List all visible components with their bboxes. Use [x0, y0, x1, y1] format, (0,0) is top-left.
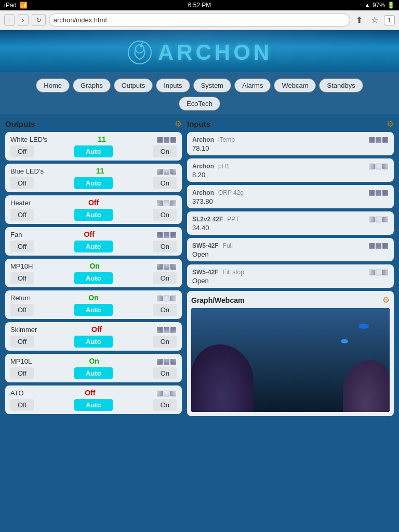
input-card-1: Archon pH1 ▦▦▦ 8.20 — [187, 158, 394, 182]
input-value-2: 373.80 — [192, 196, 389, 205]
output-auto-btn-6[interactable]: Auto — [74, 336, 113, 348]
graph-gear-icon[interactable]: ⚙ — [382, 295, 390, 305]
input-filter-icon-2[interactable]: ▦▦▦ — [368, 188, 389, 196]
outputs-panel: Outputs ⚙ White LED's 11 ▦▦▦ Off Auto On… — [5, 119, 182, 417]
output-auto-btn-2[interactable]: Auto — [74, 209, 113, 221]
right-panel: Inputs ⚙ Archon iTemp ▦▦▦ 78.10 Archon p… — [187, 119, 394, 417]
input-value-5: Open — [192, 276, 389, 285]
output-filter-icon-0[interactable]: ▦▦▦ — [156, 135, 177, 143]
output-auto-btn-1[interactable]: Auto — [74, 177, 113, 189]
input-card-3: SL2v2 42F PPT ▦▦▦ 34.40 — [187, 211, 394, 235]
outputs-title: Outputs — [5, 119, 35, 128]
graph-title: Graph/Webcam — [191, 296, 244, 304]
header: ARCHON — [0, 30, 399, 72]
output-status-8: Off — [85, 389, 95, 397]
output-on-btn-5[interactable]: On — [153, 304, 177, 316]
reload-button[interactable]: ↻ — [32, 14, 46, 26]
inputs-gear-icon[interactable]: ⚙ — [387, 119, 394, 129]
input-name-3: PPT — [227, 216, 239, 223]
svg-point-2 — [140, 44, 143, 47]
output-filter-icon-4[interactable]: ▦▦▦ — [156, 262, 177, 270]
nav-graphs[interactable]: Graphs — [73, 78, 111, 92]
graph-header: Graph/Webcam ⚙ — [191, 295, 390, 305]
output-off-btn-4[interactable]: Off — [10, 272, 34, 284]
input-source-1: Archon — [192, 163, 214, 170]
output-auto-btn-5[interactable]: Auto — [74, 304, 113, 316]
nav-alarms[interactable]: Alarms — [234, 78, 271, 92]
output-off-btn-1[interactable]: Off — [10, 177, 34, 189]
input-name-2: ORP 42g — [218, 189, 244, 196]
outputs-gear-icon[interactable]: ⚙ — [175, 119, 182, 129]
nav-home[interactable]: Home — [36, 78, 70, 92]
nav-inputs[interactable]: Inputs — [156, 78, 190, 92]
output-status-3: Off — [84, 230, 95, 238]
output-off-btn-2[interactable]: Off — [10, 209, 34, 221]
output-card-5: Return On ▦▦▦ Off Auto On — [5, 290, 182, 319]
output-filter-icon-3[interactable]: ▦▦▦ — [156, 230, 177, 238]
output-on-btn-7[interactable]: On — [153, 367, 177, 379]
nav-outputs[interactable]: Outputs — [114, 78, 153, 92]
output-card-7: MP10L On ▦▦▦ Off Auto On — [5, 354, 182, 382]
output-status-2: Off — [88, 198, 99, 207]
back-button[interactable]: ‹ — [4, 14, 15, 26]
nav-webcam[interactable]: Webcam — [274, 78, 316, 92]
inputs-header: Inputs ⚙ — [187, 119, 394, 129]
nav-system[interactable]: System — [193, 78, 231, 92]
address-bar[interactable] — [49, 14, 351, 26]
input-filter-icon-5[interactable]: ▦▦▦ — [368, 268, 389, 276]
output-on-btn-8[interactable]: On — [153, 399, 177, 411]
input-filter-icon-4[interactable]: ▦▦▦ — [368, 241, 389, 249]
output-on-btn-1[interactable]: On — [153, 177, 177, 189]
bookmark-button[interactable]: ☆ — [368, 14, 381, 26]
tab-count[interactable]: 1 — [384, 15, 395, 25]
output-auto-btn-3[interactable]: Auto — [74, 241, 113, 252]
output-filter-icon-2[interactable]: ▦▦▦ — [156, 198, 177, 207]
output-filter-icon-5[interactable]: ▦▦▦ — [156, 294, 177, 302]
output-auto-btn-4[interactable]: Auto — [74, 272, 113, 284]
input-name-1: pH1 — [218, 163, 230, 170]
output-off-btn-5[interactable]: Off — [10, 304, 34, 316]
input-filter-icon-3[interactable]: ▦▦▦ — [368, 215, 389, 223]
input-source-5: SW5-42F — [192, 269, 219, 276]
status-bar: iPad 📶 6:52 PM ▲ 97% 🔋 — [0, 0, 399, 10]
inputs-title: Inputs — [187, 119, 210, 128]
output-on-btn-6[interactable]: On — [153, 336, 177, 348]
output-label-3: Fan — [10, 231, 22, 238]
forward-button[interactable]: › — [18, 14, 28, 26]
output-auto-btn-7[interactable]: Auto — [74, 367, 113, 379]
output-label-6: Skimmer — [10, 326, 37, 334]
output-auto-btn-8[interactable]: Auto — [74, 399, 113, 411]
output-filter-icon-8[interactable]: ▦▦▦ — [156, 389, 177, 397]
output-filter-icon-6[interactable]: ▦▦▦ — [156, 325, 177, 334]
output-on-btn-2[interactable]: On — [153, 209, 177, 221]
input-filter-icon-0[interactable]: ▦▦▦ — [368, 135, 389, 143]
output-label-7: MP10L — [10, 357, 32, 365]
output-card-1: Blue LED's 11 ▦▦▦ Off Auto On — [5, 164, 182, 192]
output-label-4: MP10H — [10, 262, 33, 270]
output-status-6: Off — [91, 325, 102, 334]
share-button[interactable]: ⬆ — [353, 14, 365, 26]
output-off-btn-7[interactable]: Off — [10, 367, 34, 379]
output-label-0: White LED's — [10, 136, 47, 143]
output-label-5: Return — [10, 294, 31, 302]
output-off-btn-6[interactable]: Off — [10, 336, 34, 348]
graph-webcam-section: Graph/Webcam ⚙ — [187, 291, 394, 416]
output-card-4: MP10H On ▦▦▦ Off Auto On — [5, 259, 182, 287]
output-off-btn-0[interactable]: Off — [10, 145, 34, 157]
output-off-btn-8[interactable]: Off — [10, 399, 34, 411]
svg-line-3 — [141, 42, 143, 44]
output-off-btn-3[interactable]: Off — [10, 241, 34, 252]
output-card-8: ATO Off ▦▦▦ Off Auto On — [5, 385, 182, 414]
output-on-btn-3[interactable]: On — [153, 241, 177, 252]
output-on-btn-4[interactable]: On — [153, 272, 177, 284]
output-status-4: On — [89, 262, 99, 270]
output-auto-btn-0[interactable]: Auto — [74, 145, 113, 157]
input-filter-icon-1[interactable]: ▦▦▦ — [368, 162, 389, 170]
nav-ecotech[interactable]: EcoTech — [179, 97, 220, 111]
signal-icon: ▲ — [364, 2, 370, 9]
output-filter-icon-1[interactable]: ▦▦▦ — [156, 167, 177, 175]
output-filter-icon-7[interactable]: ▦▦▦ — [156, 357, 177, 365]
nav-standbys[interactable]: Standbys — [319, 78, 363, 92]
output-label-8: ATO — [10, 389, 24, 397]
output-on-btn-0[interactable]: On — [153, 145, 177, 157]
